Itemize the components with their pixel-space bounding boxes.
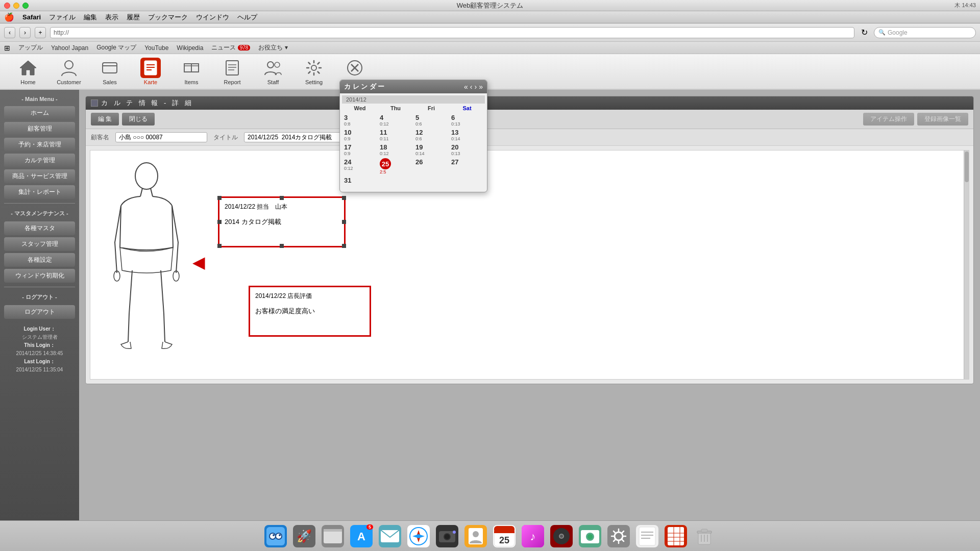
cal-first-btn[interactable]: « [464, 83, 468, 91]
cal-prev-btn[interactable]: ‹ [470, 83, 473, 91]
dock-finder[interactable] [263, 523, 288, 549]
dock-launchpad[interactable]: 🚀 [291, 523, 317, 549]
note-card-2[interactable]: 2014/12/22 店長評価 お客様の満足度高い [249, 286, 371, 337]
add-tab-button[interactable]: + [35, 27, 46, 38]
svg-point-22 [135, 163, 158, 189]
canvas-scrollbar[interactable] [964, 151, 969, 379]
sidebar-staff-mgmt-btn[interactable]: スタッフ管理 [4, 237, 75, 251]
nav-back-button[interactable]: ‹ [4, 27, 15, 38]
apple-menu[interactable]: 🍎 [4, 12, 14, 22]
svg-point-17 [275, 62, 280, 67]
toolbar-report[interactable]: Report [214, 56, 250, 87]
cal-cell-13[interactable]: 130:14 [449, 128, 485, 142]
sidebar-product-btn[interactable]: 商品・サービス管理 [4, 169, 75, 183]
bookmark-google-maps[interactable]: Google マップ [96, 43, 136, 52]
edit-button[interactable]: 編 集 [91, 113, 119, 126]
menu-edit[interactable]: 編集 [84, 13, 97, 22]
sidebar-logout-btn[interactable]: ログアウト [4, 305, 75, 319]
cal-cell-4[interactable]: 40:12 [378, 113, 413, 128]
dock-safari[interactable] [406, 523, 431, 549]
cal-cell-10[interactable]: 100:9 [342, 128, 378, 142]
dock-image-capture[interactable] [577, 523, 603, 549]
resize-handle-bl[interactable] [217, 244, 222, 248]
sidebar-karte-btn[interactable]: カルテ管理 [4, 154, 75, 167]
cal-cell-6[interactable]: 60:13 [449, 113, 485, 128]
sidebar-window-init-btn[interactable]: ウィンドウ初期化 [4, 269, 75, 283]
cal-cell-18[interactable]: 180:12 [378, 142, 413, 157]
bookmark-useful[interactable]: お役立ち ▾ [258, 43, 287, 52]
customer-input[interactable] [115, 132, 207, 142]
bookmark-news[interactable]: ニュース 978 [211, 43, 250, 52]
resize-handle-tr[interactable] [342, 196, 346, 200]
toolbar-sales[interactable]: Sales [92, 56, 128, 87]
address-bar[interactable]: http:// [50, 27, 854, 38]
dock-texteditor[interactable] [634, 523, 660, 549]
dock-system-prefs[interactable] [606, 523, 631, 549]
cal-cell-20[interactable]: 200:13 [449, 142, 485, 157]
resize-handle-bm[interactable] [280, 244, 284, 248]
sidebar-home-btn[interactable]: ホーム [4, 106, 75, 120]
menu-view[interactable]: 表示 [105, 13, 118, 22]
close-button[interactable]: 閉じる [122, 113, 155, 126]
bookmark-youtube[interactable]: YouTube [144, 44, 168, 52]
bookmark-wikipedia[interactable]: Wikipedia [177, 44, 203, 52]
cal-cell-31[interactable]: 31 [342, 176, 378, 190]
cal-cell-12[interactable]: 120:6 [413, 128, 449, 142]
cal-cell-25[interactable]: 252:5 [378, 157, 413, 176]
resize-handle-ml[interactable] [217, 220, 222, 224]
cal-next-btn[interactable]: › [475, 83, 477, 91]
bookmark-yahoo[interactable]: Yahoo! Japan [51, 44, 88, 52]
scrollbar-thumb[interactable] [965, 152, 969, 182]
dock-mail[interactable] [377, 523, 403, 549]
sidebar-customer-btn[interactable]: 顧客管理 [4, 122, 75, 136]
note-card-1[interactable]: 2014/12/22 担当 山本 2014 カタログ掲載 [218, 196, 346, 247]
cal-cell-17[interactable]: 170:9 [342, 142, 378, 157]
cal-cell-19[interactable]: 190:14 [413, 142, 449, 157]
resize-handle-br[interactable] [342, 244, 346, 248]
cal-cell-24[interactable]: 240:12 [342, 157, 378, 176]
cal-last-btn[interactable]: » [479, 83, 483, 91]
cal-cell-3[interactable]: 30:8 [342, 113, 378, 128]
dock-appstore[interactable]: A 5 [349, 523, 374, 549]
dock-contacts[interactable] [463, 523, 488, 549]
resize-handle-tm[interactable] [280, 196, 284, 200]
sidebar-reservation-btn[interactable]: 予約・来店管理 [4, 138, 75, 152]
toolbar-setting[interactable]: Setting [296, 56, 332, 87]
menu-file[interactable]: ファイル [49, 13, 76, 22]
toolbar-staff[interactable]: Staff [255, 56, 291, 87]
sidebar-stats-btn[interactable]: 集計・レポート [4, 185, 75, 199]
minimize-button[interactable] [13, 3, 19, 9]
cal-cell-5[interactable]: 50:6 [413, 113, 449, 128]
dock-camera[interactable] [434, 523, 460, 549]
sidebar-various-settings-btn[interactable]: 各種設定 [4, 253, 75, 267]
close-button[interactable] [4, 3, 10, 9]
menu-window[interactable]: ウインドウ [196, 13, 229, 22]
cal-cell-26[interactable]: 26 [413, 157, 449, 176]
dock-csv[interactable] [663, 523, 689, 549]
cal-cell-11[interactable]: 110:11 [378, 128, 413, 142]
toolbar-home[interactable]: Home [10, 56, 46, 87]
dock-photos[interactable] [320, 523, 346, 549]
toolbar-customer[interactable]: Customer [51, 56, 87, 87]
resize-handle-tl[interactable] [217, 196, 222, 200]
menu-bookmarks[interactable]: ブックマーク [148, 13, 188, 22]
search-bar[interactable]: 🔍 Google [874, 27, 976, 38]
menu-help[interactable]: ヘルプ [237, 13, 257, 22]
sidebar-various-master-btn[interactable]: 各種マスタ [4, 221, 75, 235]
toolbar-karte[interactable]: Karte [133, 56, 168, 87]
item-op-button[interactable]: アイテム操作 [863, 113, 914, 126]
dock-trash[interactable] [692, 523, 717, 549]
menu-safari[interactable]: Safari [22, 13, 41, 21]
dock-calendar[interactable]: 25 [492, 523, 517, 549]
resize-handle-mr[interactable] [342, 220, 346, 224]
maximize-button[interactable] [22, 3, 29, 9]
nav-forward-button[interactable]: › [19, 27, 31, 38]
refresh-button[interactable]: ↻ [859, 27, 870, 38]
cal-cell-27[interactable]: 27 [449, 157, 485, 176]
menu-history[interactable]: 履歴 [127, 13, 140, 22]
bookmark-apple[interactable]: アップル [18, 43, 43, 52]
dock-dvd[interactable] [549, 523, 574, 549]
reg-history-button[interactable]: 登録画像一覧 [917, 113, 968, 126]
toolbar-items[interactable]: Items [174, 56, 209, 87]
dock-music[interactable]: ♪ [520, 523, 546, 549]
